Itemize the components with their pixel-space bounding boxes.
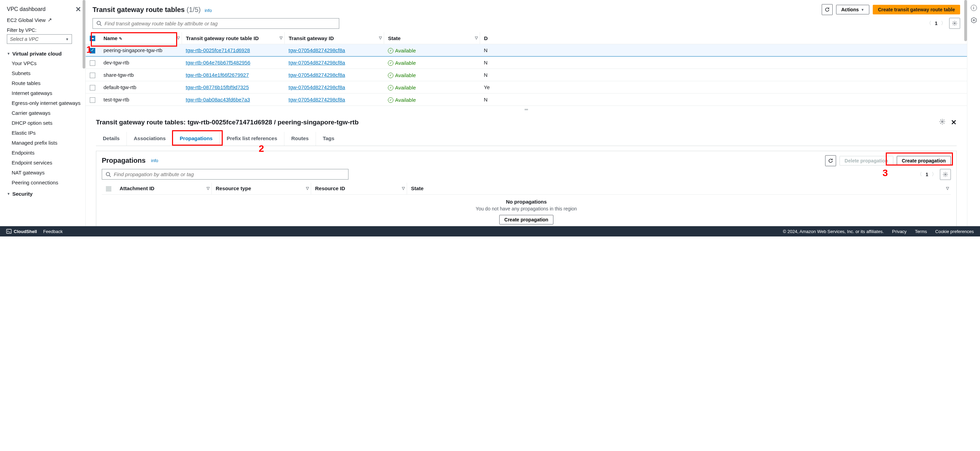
caret-icon[interactable]: ▼: [7, 52, 10, 56]
cell-rtb-link[interactable]: tgw-rtb-0814e1f66f2679927: [186, 72, 249, 78]
cell-rtb-link[interactable]: tgw-rtb-0ab08ac43fd6be7a3: [186, 97, 250, 102]
select-all-checkbox[interactable]: [90, 36, 95, 41]
tab-propagations[interactable]: Propagations: [173, 132, 220, 146]
cell-rtb-link[interactable]: tgw-rtb-064e76b67f5482956: [186, 60, 250, 65]
tab-tags[interactable]: Tags: [316, 132, 341, 146]
actions-button[interactable]: Actions ▼: [836, 5, 869, 14]
row-checkbox[interactable]: [90, 85, 95, 91]
col-resource-id[interactable]: Resource ID: [315, 185, 345, 191]
cell-tgw-link[interactable]: tgw-07054d8274298cf8a: [288, 47, 345, 53]
external-link-icon: ↗: [48, 17, 52, 23]
svg-line-5: [109, 175, 111, 177]
table-row[interactable]: share-tgw-rtb tgw-rtb-0814e1f66f2679927 …: [86, 69, 967, 81]
sidebar-item[interactable]: Managed prefix lists: [7, 138, 85, 148]
col-tgw-id[interactable]: Transit gateway ID: [289, 35, 334, 41]
create-propagation-button[interactable]: Create propagation: [897, 156, 951, 166]
sidebar-item[interactable]: NAT gateways: [7, 167, 85, 177]
detail-close-button[interactable]: ✕: [951, 118, 957, 126]
cell-tgw-link[interactable]: tgw-07054d8274298cf8a: [288, 97, 345, 102]
sort-icon[interactable]: ▽: [946, 186, 949, 191]
search-input[interactable]: [105, 21, 336, 26]
tab-routes[interactable]: Routes: [285, 132, 316, 146]
table-row[interactable]: test-tgw-rtb tgw-rtb-0ab08ac43fd6be7a3 t…: [86, 94, 967, 106]
sidebar-item[interactable]: Internet gateways: [7, 88, 85, 98]
svg-point-3: [942, 121, 943, 123]
resize-handle[interactable]: ═: [86, 106, 967, 113]
col-state[interactable]: State: [388, 35, 401, 41]
sort-icon[interactable]: ▽: [379, 36, 382, 40]
cell-rtb-link[interactable]: tgw-rtb-08776b15fbf9d7325: [186, 84, 249, 90]
vpc-dashboard-link[interactable]: VPC dashboard: [7, 6, 46, 12]
sort-icon[interactable]: ▽: [207, 186, 209, 191]
privacy-link[interactable]: Privacy: [892, 229, 907, 234]
search-box[interactable]: [92, 18, 339, 29]
cell-tgw-link[interactable]: tgw-07054d8274298cf8a: [288, 72, 345, 78]
sidebar-item[interactable]: Elastic IPs: [7, 128, 85, 138]
sidebar-item[interactable]: Peering connections: [7, 177, 85, 188]
table-row[interactable]: dev-tgw-rtb tgw-rtb-064e76b67f5482956 tg…: [86, 57, 967, 69]
sort-icon[interactable]: ▽: [177, 36, 180, 40]
section-vpc[interactable]: Virtual private cloud: [12, 51, 62, 57]
terms-link[interactable]: Terms: [915, 229, 927, 234]
page-prev[interactable]: 〈: [917, 171, 922, 177]
col-d[interactable]: D: [484, 35, 488, 41]
create-propagation-empty-button[interactable]: Create propagation: [499, 215, 554, 225]
cell-name: peering-singapore-tgw-rtb: [99, 44, 181, 57]
refresh-propagations-button[interactable]: [825, 155, 836, 166]
settings-button[interactable]: [949, 18, 960, 29]
col-name[interactable]: Name: [103, 35, 118, 41]
sort-icon[interactable]: ▽: [280, 36, 282, 40]
svg-rect-9: [6, 229, 11, 233]
main-scrollbar[interactable]: [964, 0, 967, 41]
sidebar-item[interactable]: Subnets: [7, 68, 85, 78]
cookie-link[interactable]: Cookie preferences: [935, 229, 974, 234]
propagation-search-input[interactable]: [114, 171, 345, 177]
detail-settings-button[interactable]: [939, 119, 945, 126]
row-checkbox[interactable]: [90, 60, 95, 66]
row-checkbox[interactable]: [90, 73, 95, 78]
page-next[interactable]: 〉: [932, 171, 937, 177]
vpc-select[interactable]: Select a VPC ▼: [7, 34, 72, 44]
sidebar-item[interactable]: Your VPCs: [7, 58, 85, 68]
feedback-link[interactable]: Feedback: [43, 229, 63, 234]
row-checkbox[interactable]: [90, 97, 95, 103]
col-state[interactable]: State: [411, 185, 424, 191]
page-prev[interactable]: 〈: [926, 20, 931, 26]
page-next[interactable]: 〉: [941, 20, 946, 26]
col-resource-type[interactable]: Resource type: [216, 185, 251, 191]
sort-icon[interactable]: ▽: [306, 186, 309, 191]
col-rtb-id[interactable]: Transit gateway route table ID: [186, 35, 259, 41]
ec2-global-link[interactable]: EC2 Global View: [7, 17, 46, 23]
table-row[interactable]: default-tgw-rtb tgw-rtb-08776b15fbf9d732…: [86, 81, 967, 94]
edit-icon[interactable]: ✎: [119, 36, 123, 41]
sidebar-scrollbar[interactable]: [83, 0, 85, 69]
cell-tgw-link[interactable]: tgw-07054d8274298cf8a: [288, 60, 345, 65]
col-attachment-id[interactable]: Attachment ID: [119, 185, 154, 191]
sidebar-item[interactable]: Endpoints: [7, 148, 85, 158]
info-icon[interactable]: i: [971, 5, 977, 11]
hexagon-icon[interactable]: [971, 17, 977, 23]
cell-name: default-tgw-rtb: [99, 81, 181, 94]
info-link[interactable]: info: [205, 8, 212, 13]
sort-icon[interactable]: ▽: [402, 186, 405, 191]
table-row[interactable]: peering-singapore-tgw-rtb tgw-rtb-0025fc…: [86, 44, 967, 57]
caret-icon[interactable]: ▼: [7, 192, 10, 196]
create-route-table-button[interactable]: Create transit gateway route table: [873, 5, 960, 14]
section-security[interactable]: Security: [12, 191, 33, 197]
sidebar-item[interactable]: Endpoint services: [7, 158, 85, 167]
sidebar-item[interactable]: DHCP option sets: [7, 118, 85, 128]
sidebar-item[interactable]: Egress-only internet gateways: [7, 98, 85, 108]
info-link[interactable]: info: [151, 158, 158, 163]
sort-icon[interactable]: ▽: [475, 36, 478, 40]
tab-associations[interactable]: Associations: [127, 132, 173, 146]
sidebar-item[interactable]: Carrier gateways: [7, 108, 85, 118]
cell-tgw-link[interactable]: tgw-07054d8274298cf8a: [288, 84, 345, 90]
cell-rtb-link[interactable]: tgw-rtb-0025fce71471d6928: [186, 47, 250, 53]
tab-details[interactable]: Details: [96, 132, 127, 146]
settings-button[interactable]: [940, 169, 951, 180]
refresh-button[interactable]: [822, 4, 833, 15]
propagation-search[interactable]: [102, 169, 348, 180]
cloudshell-link[interactable]: CloudShell: [6, 229, 37, 234]
sidebar-item[interactable]: Route tables: [7, 78, 85, 88]
tab-prefix-list-references[interactable]: Prefix list references: [220, 132, 285, 146]
